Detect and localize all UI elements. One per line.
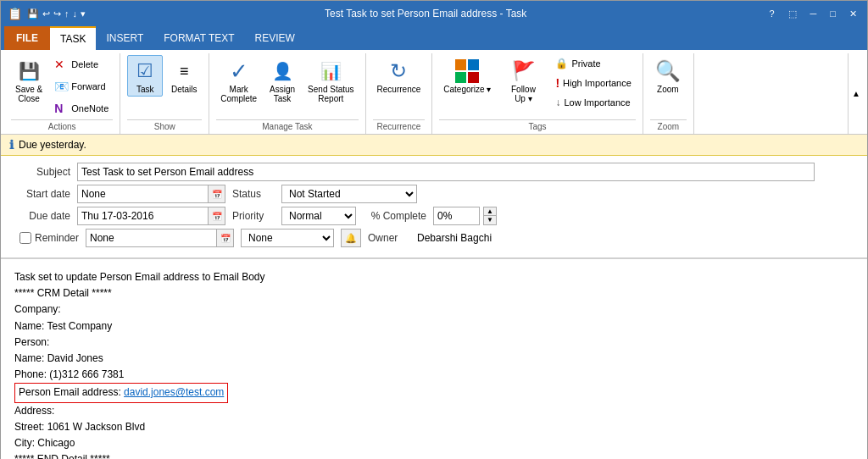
undo-icon[interactable]: ↩ [42, 8, 50, 19]
body-line5: Person: [14, 335, 854, 351]
due-date-input[interactable] [77, 207, 209, 225]
svg-rect-3 [468, 72, 479, 83]
ribbon: 💾 Save & Close ✕ Delete 📧 Forward N [1, 50, 867, 135]
percent-down-button[interactable]: ▼ [483, 216, 497, 225]
assign-task-button[interactable]: 👤 Assign Task [264, 55, 300, 106]
start-date-input[interactable] [77, 185, 209, 203]
ribbon-group-recurrence: ↻ Recurrence Recurrence [366, 53, 433, 134]
categorize-button[interactable]: Categorize ▾ [439, 55, 495, 97]
info-message: Due yesterday. [19, 139, 86, 151]
high-importance-button[interactable]: ! High Importance [551, 74, 635, 92]
show-group-label: Show [127, 119, 202, 134]
percent-label: % Complete [363, 210, 426, 222]
body-line12: ***** END Detail ***** [14, 451, 854, 459]
zoom-button[interactable]: 🔍 Zoom [650, 55, 686, 97]
subject-input[interactable] [77, 163, 815, 181]
forward-label: Forward [71, 81, 105, 91]
save-close-button[interactable]: 💾 Save & Close [11, 55, 47, 106]
down-icon[interactable]: ↓ [73, 8, 78, 19]
recurrence-icon: ↻ [385, 58, 412, 85]
up-icon[interactable]: ↑ [64, 8, 70, 19]
ribbon-collapse-button[interactable]: ▲ [848, 53, 864, 134]
quick-access-toolbar: 💾 ↩ ↪ ↑ ↓ ▾ [27, 8, 86, 19]
tab-insert[interactable]: INSERT [96, 26, 153, 50]
private-label: Private [571, 58, 600, 69]
collapse-icon: ▲ [852, 89, 860, 98]
onenote-button[interactable]: N OneNote [50, 99, 113, 118]
recurrence-group-label: Recurrence [373, 119, 426, 134]
unknown-button[interactable]: ⬚ [785, 7, 800, 21]
forward-button[interactable]: 📧 Forward [50, 77, 113, 96]
maximize-button[interactable]: □ [826, 7, 839, 20]
low-importance-label: Low Importance [564, 97, 630, 108]
recurrence-label: Recurrence [377, 85, 421, 94]
body-line7: Phone: (1)312 666 7381 [14, 367, 854, 383]
zoom-label: Zoom [657, 85, 679, 94]
task-view-button[interactable]: ☑ Task [127, 55, 163, 97]
follow-up-label2: Up ▾ [515, 94, 532, 103]
followup-icon: 🚩 [509, 58, 537, 85]
low-importance-button[interactable]: ↓ Low Importance [551, 94, 635, 111]
recurrence-button[interactable]: ↻ Recurrence [373, 55, 426, 97]
body-line9: Address: [14, 403, 854, 419]
body-area[interactable]: Task set to update Person Email address … [1, 258, 867, 459]
email-link[interactable]: david.jones@test.com [124, 386, 224, 398]
high-importance-label: High Importance [563, 78, 632, 88]
body-email-row: Person Email address: david.jones@test.c… [14, 383, 854, 402]
save-quick-icon[interactable]: 💾 [27, 8, 39, 19]
reminder-date-wrapper: 📅 [86, 229, 234, 247]
reminder-time-dropdown[interactable]: None [241, 229, 334, 247]
ribbon-group-zoom: 🔍 Zoom Zoom [643, 53, 694, 134]
email-pre-text: Person Email address: [19, 386, 124, 398]
start-status-row: Start date 📅 Status Not Started In Progr… [11, 185, 857, 203]
reminder-checkbox[interactable] [19, 232, 31, 244]
reminder-sound-button[interactable]: 🔔 [341, 229, 361, 247]
ribbon-group-manage-task: ✓ Mark Complete 👤 Assign Task 📊 Send Sta… [209, 53, 365, 134]
percent-up-button[interactable]: ▲ [483, 207, 497, 216]
follow-up-button[interactable]: 🚩 Follow Up ▾ [502, 55, 544, 106]
ribbon-tab-bar: FILE TASK INSERT FORMAT TEXT REVIEW [1, 26, 867, 50]
task-label: Task [136, 85, 154, 94]
zoom-group-label: Zoom [650, 119, 687, 134]
redo-icon[interactable]: ↪ [53, 8, 61, 19]
send-status-button[interactable]: 📊 Send Status Report [303, 55, 358, 106]
start-date-picker[interactable]: 📅 [209, 185, 225, 203]
actions-content: 💾 Save & Close ✕ Delete 📧 Forward N [11, 55, 113, 118]
due-date-picker[interactable]: 📅 [209, 207, 225, 225]
svg-rect-2 [455, 72, 466, 83]
tab-format-text[interactable]: FORMAT TEXT [153, 26, 244, 50]
tab-review[interactable]: REVIEW [245, 26, 305, 50]
due-date-label: Due date [11, 210, 70, 222]
body-line6: Name: David Jones [14, 351, 854, 367]
onenote-label: OneNote [71, 103, 108, 113]
tab-file[interactable]: FILE [4, 26, 50, 50]
percent-input[interactable] [433, 207, 480, 225]
delete-button[interactable]: ✕ Delete [50, 55, 113, 74]
ribbon-group-actions: 💾 Save & Close ✕ Delete 📧 Forward N [4, 53, 120, 134]
body-line11: City: Chicago [14, 435, 854, 451]
minimize-button[interactable]: ─ [807, 7, 821, 20]
send-status-label: Send Status [308, 85, 353, 94]
priority-label: Priority [232, 210, 275, 222]
manage-task-group-label: Manage Task [216, 119, 358, 134]
info-bar: ℹ Due yesterday. [1, 135, 867, 156]
task-icon: ☑ [131, 58, 159, 85]
reminder-date-picker[interactable]: 📅 [217, 229, 234, 247]
priority-dropdown[interactable]: Normal Low High [281, 207, 356, 225]
assign-icon: 👤 [269, 58, 296, 85]
help-button[interactable]: ? [765, 7, 777, 20]
lock-icon: 🔒 [555, 58, 568, 69]
details-button[interactable]: ≡ Details [166, 55, 202, 97]
mark-complete-label2: Complete [220, 94, 257, 103]
private-button[interactable]: 🔒 Private [551, 55, 635, 72]
onenote-icon: N [54, 102, 68, 115]
mark-complete-button[interactable]: ✓ Mark Complete [216, 55, 261, 106]
delete-label: Delete [71, 59, 98, 69]
reminder-date-input[interactable] [86, 229, 217, 247]
percent-spinner: ▲ ▼ [483, 207, 497, 225]
ribbon-group-tags: Categorize ▾ 🚩 Follow Up ▾ 🔒 Private ! H… [432, 53, 643, 134]
save-close-label2: Close [18, 94, 40, 103]
close-button[interactable]: ✕ [846, 7, 860, 21]
status-dropdown[interactable]: Not Started In Progress Complete Waiting… [281, 185, 417, 203]
tab-task[interactable]: TASK [50, 26, 96, 50]
